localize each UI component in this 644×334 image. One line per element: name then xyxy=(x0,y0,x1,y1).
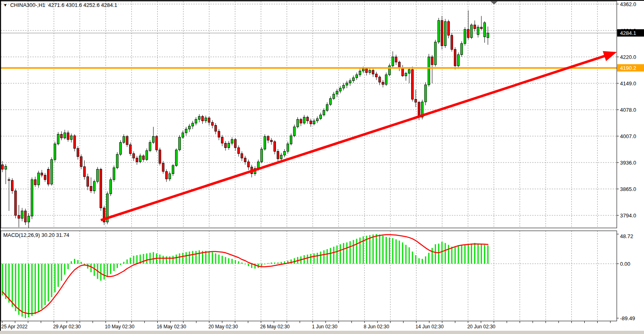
svg-text:3865.0: 3865.0 xyxy=(620,186,636,192)
svg-text:1 Jun 02:30: 1 Jun 02:30 xyxy=(312,324,338,330)
horizontal-gridlines xyxy=(1,4,617,264)
svg-text:16 May 02:30: 16 May 02:30 xyxy=(157,324,186,330)
svg-text:48.72: 48.72 xyxy=(620,233,633,239)
svg-text:20 May 02:30: 20 May 02:30 xyxy=(208,324,238,330)
panel-borders xyxy=(1,1,617,321)
svg-text:3936.0: 3936.0 xyxy=(620,160,636,166)
taskbar-strip xyxy=(0,331,644,334)
svg-text:4007.0: 4007.0 xyxy=(620,133,636,139)
vertical-gridlines xyxy=(28,1,597,321)
svg-text:29 Apr 02:30: 29 Apr 02:30 xyxy=(53,324,81,330)
macd-axis[interactable]: 48.720.00-89.49 xyxy=(617,233,635,321)
svg-text:4362.0: 4362.0 xyxy=(620,1,636,7)
window-top-border xyxy=(0,0,644,1)
trading-chart-window: 4362.04291.04220.04149.04078.04007.03936… xyxy=(0,0,644,334)
svg-text:-89.49: -89.49 xyxy=(620,315,635,321)
svg-text:14 Jun 02:30: 14 Jun 02:30 xyxy=(416,324,444,330)
svg-text:10 May 02:30: 10 May 02:30 xyxy=(105,324,134,330)
svg-text:8 Jun 02:30: 8 Jun 02:30 xyxy=(364,324,389,330)
svg-text:0.00: 0.00 xyxy=(620,261,630,267)
svg-text:26 May 02:30: 26 May 02:30 xyxy=(260,324,290,330)
macd-signal-line xyxy=(2,234,488,313)
svg-text:4220.0: 4220.0 xyxy=(620,54,636,60)
svg-text:20 Jun 02:30: 20 Jun 02:30 xyxy=(467,324,496,330)
ohlc-values: 4271.6 4301.6 4252.6 4284.1 xyxy=(48,2,117,8)
svg-text:4149.0: 4149.0 xyxy=(620,80,636,87)
svg-text:25 Apr 2022: 25 Apr 2022 xyxy=(1,324,28,330)
current-price-badge: 4284.1 xyxy=(617,29,644,37)
macd-indicator-label: MACD(12,26,9) 30.20 31.74 xyxy=(3,232,69,238)
alert-price-badge: 4190.2 xyxy=(617,64,644,72)
trend-arrow[interactable] xyxy=(101,51,617,220)
symbol-dropdown-icon[interactable]: ▼ xyxy=(3,3,7,7)
chart-title-bar: ▼ CHINA300-,H1 4271.6 4301.6 4252.6 4284… xyxy=(3,2,117,8)
candlesticks-layer[interactable] xyxy=(2,11,489,228)
macd-histogram xyxy=(2,234,488,318)
price-chart-canvas[interactable]: 4362.04291.04220.04149.04078.04007.03936… xyxy=(0,0,644,334)
symbol-timeframe-label: CHINA300-,H1 xyxy=(10,2,46,8)
time-axis[interactable]: 25 Apr 202229 Apr 02:3010 May 02:3016 Ma… xyxy=(1,321,610,330)
svg-text:4078.0: 4078.0 xyxy=(620,107,636,113)
window-left-border xyxy=(0,0,1,331)
svg-text:3794.0: 3794.0 xyxy=(620,213,636,219)
